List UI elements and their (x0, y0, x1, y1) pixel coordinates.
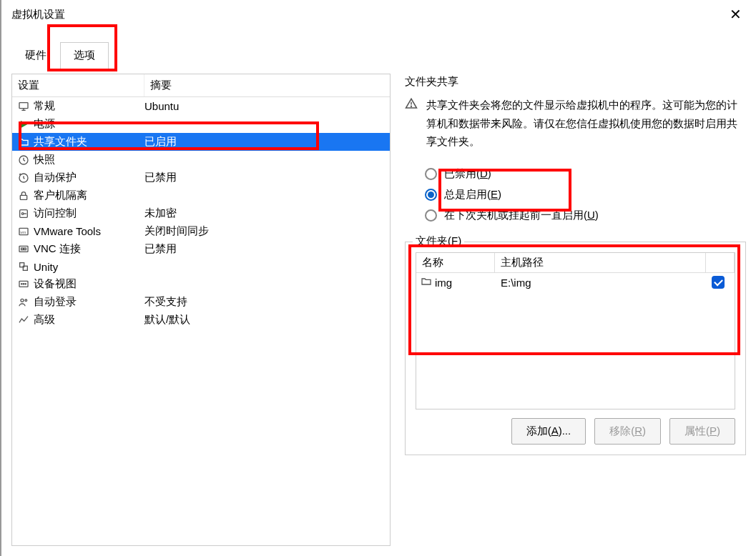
titlebar: 虚拟机设置 ✕ (1, 0, 756, 27)
list-item[interactable]: 共享文件夹已启用 (12, 133, 390, 151)
list-item-summary: Ubuntu (144, 100, 179, 112)
vnc-icon (16, 243, 31, 256)
list-item-label: 设备视图 (34, 277, 144, 291)
play-icon (16, 118, 31, 131)
list-item[interactable]: 设备视图 (12, 275, 390, 293)
folder-path-cell: E:\img (501, 277, 706, 289)
svg-point-18 (23, 283, 24, 284)
radio-until-label: 在下次关机或挂起前一直启用(U) (444, 209, 599, 222)
svg-point-21 (25, 299, 27, 302)
radio-disabled-label: 已禁用(D) (444, 167, 491, 181)
vm-settings-window: 虚拟机设置 ✕ 硬件 选项 设置 摘要 常规Ubuntu电源共享文件夹已启用快照… (0, 0, 756, 556)
advanced-icon (16, 314, 31, 327)
folder-enabled-checkbox[interactable] (706, 276, 730, 289)
list-item[interactable]: 高级默认/默认 (12, 311, 390, 329)
svg-marker-3 (21, 120, 27, 128)
list-item[interactable]: 自动保护已禁用 (12, 169, 390, 187)
svg-rect-12 (21, 248, 24, 250)
content-area: 设置 摘要 常规Ubuntu电源共享文件夹已启用快照自动保护已禁用客户机隔离访问… (1, 69, 756, 556)
radio-until-shutdown[interactable]: 在下次关机或挂起前一直启用(U) (425, 205, 746, 226)
vmw-icon: vm (16, 225, 31, 238)
list-item[interactable]: 常规Ubuntu (12, 97, 390, 115)
list-item[interactable]: Unity (12, 258, 390, 275)
section-folder-sharing-title: 文件夹共享 (405, 75, 746, 89)
list-item-summary: 默认/默认 (144, 313, 190, 327)
autologin-icon (16, 296, 31, 309)
remove-button[interactable]: 移除(R) (594, 418, 661, 445)
list-item-summary: 已启用 (144, 135, 177, 149)
folder-name-cell: img (421, 276, 501, 289)
list-item-label: 自动保护 (34, 171, 144, 184)
folders-legend: 文件夹(F) (413, 234, 464, 248)
right-panel: 文件夹共享 共享文件夹会将您的文件显示给虚拟机中的程序。这可能为您的计算机和数据… (405, 74, 746, 546)
radio-always-label: 总是启用(E) (444, 188, 501, 202)
unity-icon (16, 260, 31, 273)
list-item-label: 常规 (34, 99, 144, 113)
svg-point-17 (21, 283, 22, 284)
list-item-label: 客户机隔离 (34, 189, 144, 202)
list-item-label: 高级 (34, 313, 144, 327)
list-item-summary: 已禁用 (144, 171, 177, 184)
radio-disabled[interactable]: 已禁用(D) (425, 164, 746, 184)
folder-col-name: 名称 (416, 253, 495, 272)
radio-icon (425, 209, 437, 222)
list-item[interactable]: 客户机隔离 (12, 187, 390, 204)
folder-share-icon (16, 136, 31, 149)
folder-col-check (706, 253, 735, 272)
warning-text: 共享文件夹会将您的文件显示给虚拟机中的程序。这可能为您的计算机和数据带来风险。请… (426, 96, 746, 151)
tab-bar: 硬件 选项 (1, 41, 756, 69)
svg-point-19 (25, 283, 26, 284)
list-item[interactable]: 快照 (12, 151, 390, 169)
list-item-label: 自动登录 (34, 295, 144, 309)
folders-fieldset: 文件夹(F) 名称 主机路径 imgE:\img 添加(A)... 移除(R) … (405, 242, 746, 455)
folder-col-path: 主机路径 (495, 253, 706, 272)
list-item[interactable]: 电源 (12, 115, 390, 133)
col-header-setting: 设置 (12, 74, 144, 96)
tab-options[interactable]: 选项 (60, 42, 109, 70)
svg-point-23 (411, 106, 412, 106)
col-header-summary: 摘要 (144, 74, 390, 96)
list-header: 设置 摘要 (12, 74, 390, 97)
list-item-label: 电源 (34, 117, 144, 131)
list-item[interactable]: vmVMware Tools关闭时间同步 (12, 222, 390, 240)
warning-icon (405, 96, 419, 151)
folder-icon (421, 276, 432, 289)
list-item-summary: 关闭时间同步 (144, 224, 209, 238)
device-icon (16, 278, 31, 291)
list-item-label: 共享文件夹 (34, 135, 144, 149)
list-rows: 常规Ubuntu电源共享文件夹已启用快照自动保护已禁用客户机隔离访问控制未加密v… (12, 97, 390, 329)
list-item-label: Unity (34, 261, 144, 273)
list-item[interactable]: 自动登录不受支持 (12, 293, 390, 311)
add-button[interactable]: 添加(A)... (511, 418, 586, 445)
shield-clock-icon (16, 172, 31, 184)
svg-text:vm: vm (20, 229, 26, 234)
tab-hardware[interactable]: 硬件 (11, 42, 60, 70)
clock-icon (16, 154, 31, 167)
folder-row[interactable]: imgE:\img (416, 273, 735, 292)
settings-list: 设置 摘要 常规Ubuntu电源共享文件夹已启用快照自动保护已禁用客户机隔离访问… (11, 74, 391, 546)
folder-buttons: 添加(A)... 移除(R) 属性(P) (416, 418, 735, 445)
lock-icon (16, 189, 31, 202)
svg-point-20 (21, 299, 24, 302)
svg-point-8 (21, 212, 24, 214)
list-item-label: VNC 连接 (34, 242, 144, 256)
list-item-summary: 未加密 (144, 207, 177, 220)
list-item-summary: 不受支持 (144, 295, 187, 309)
key-icon (16, 207, 31, 220)
folder-list[interactable]: 名称 主机路径 imgE:\img (416, 252, 735, 409)
svg-rect-0 (19, 102, 28, 108)
monitor-icon (16, 100, 31, 113)
list-item-summary: 已禁用 (144, 242, 177, 256)
svg-rect-6 (20, 195, 26, 199)
radio-icon (425, 189, 437, 201)
folder-list-header: 名称 主机路径 (416, 253, 735, 273)
warning-row: 共享文件夹会将您的文件显示给虚拟机中的程序。这可能为您的计算机和数据带来风险。请… (405, 96, 746, 151)
list-item-label: 访问控制 (34, 207, 144, 220)
window-title: 虚拟机设置 (11, 8, 65, 21)
radio-icon (425, 168, 437, 180)
properties-button[interactable]: 属性(P) (669, 418, 735, 445)
radio-always-enabled[interactable]: 总是启用(E) (425, 184, 746, 205)
list-item[interactable]: 访问控制未加密 (12, 204, 390, 222)
list-item[interactable]: VNC 连接已禁用 (12, 240, 390, 258)
close-icon[interactable]: ✕ (724, 4, 747, 24)
